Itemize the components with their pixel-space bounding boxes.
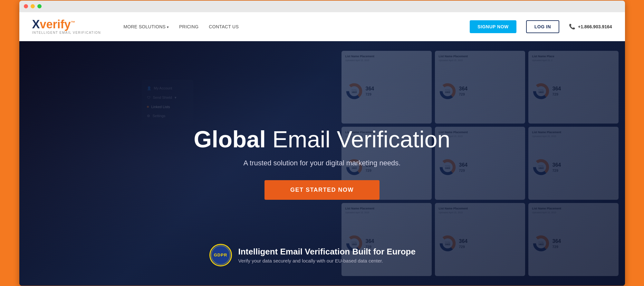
phone-number: +1.866.903.9164 [578,24,612,29]
nav-links: MORE SOLUTIONS PRICING CONTACT US [123,24,460,29]
hero-subheadline: A trusted solution for your digital mark… [244,159,401,167]
hero-headline: Global Email Verification [194,127,450,152]
logo-x: X [32,18,40,31]
headline-bold: Global [194,126,266,152]
browser-window: Xverify™ INTELLIGENT EMAIL VERIFICATION … [19,1,625,286]
logo-tm: ™ [71,20,75,25]
gdpr-banner: GDPR Intelligent Email Verification Buil… [209,244,435,266]
nav-more-solutions[interactable]: MORE SOLUTIONS [123,24,169,29]
logo-subtitle: INTELLIGENT EMAIL VERIFICATION [32,31,101,34]
headline-light: Email Verification [272,126,450,152]
gdpr-title: Intelligent Email Verification Built for… [238,247,416,257]
signup-button[interactable]: SIGNUP NOW [470,20,516,33]
logo-verify: verify [40,18,71,31]
gdpr-content: Intelligent Email Verification Built for… [238,247,416,263]
maximize-button[interactable] [37,4,42,8]
logo[interactable]: Xverify™ INTELLIGENT EMAIL VERIFICATION [32,19,101,34]
login-button[interactable]: LOG IN [526,20,559,33]
phone-area: 📞 +1.866.903.9164 [569,23,612,30]
nav-pricing[interactable]: PRICING [179,24,198,29]
minimize-button[interactable] [31,4,35,8]
gdpr-badge: GDPR [209,244,232,266]
cta-button[interactable]: GET STARTED NOW [264,180,380,200]
nav-contact-us[interactable]: CONTACT US [209,24,239,29]
hero-section: List Name Placement Uploaded April 15, 2… [19,41,625,286]
browser-chrome [19,1,625,12]
gdpr-stars [211,245,230,265]
close-button[interactable] [24,4,28,8]
phone-icon: 📞 [569,23,575,30]
navbar: Xverify™ INTELLIGENT EMAIL VERIFICATION … [19,12,625,41]
gdpr-subtitle: Verify your data securely and locally wi… [238,258,416,263]
